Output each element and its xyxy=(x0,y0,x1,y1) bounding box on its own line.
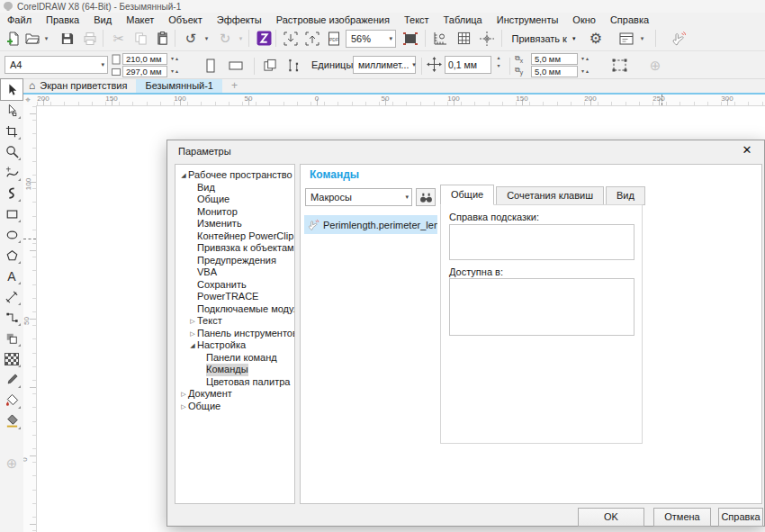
tree-item-general[interactable]: Общие xyxy=(176,194,294,206)
publish-pdf-button[interactable]: PDF xyxy=(323,28,345,49)
menu-text[interactable]: Текст xyxy=(397,13,436,27)
portrait-button[interactable] xyxy=(200,55,221,76)
menu-help[interactable]: Справка xyxy=(603,13,656,27)
menu-tools[interactable]: Инструменты xyxy=(490,13,566,27)
redo-dropdown[interactable]: ▾ xyxy=(236,28,246,49)
connector-tool[interactable] xyxy=(1,307,22,328)
zoom-level-combo[interactable]: 56%▾ xyxy=(346,30,396,48)
ellipse-tool[interactable] xyxy=(1,224,22,245)
document-tab[interactable]: Безымянный-1 xyxy=(136,79,222,93)
nudge-spinner[interactable]: ▴▾ xyxy=(493,54,504,70)
tree-item-global[interactable]: ▷Общие xyxy=(176,401,294,413)
welcome-tab[interactable]: ⌂Экран приветствия xyxy=(20,79,136,93)
open-button[interactable] xyxy=(22,28,43,49)
cancel-button[interactable]: Отмена xyxy=(653,508,711,527)
new-document-tab-button[interactable]: + xyxy=(222,79,247,93)
tree-item-workspace[interactable]: ◢Рабочее пространство xyxy=(176,169,294,182)
tree-item-monitor[interactable]: Монитор xyxy=(176,206,294,219)
tree-item-document[interactable]: ▷Документ xyxy=(176,388,294,401)
help-button[interactable]: Справка xyxy=(718,508,763,527)
run-macro-button[interactable] xyxy=(668,28,689,49)
tree-item-vba[interactable]: VBA xyxy=(176,266,294,279)
tree-item-color-palette[interactable]: Цветовая палитра xyxy=(176,376,294,389)
show-grid-button[interactable] xyxy=(453,28,474,49)
page-size-combo[interactable]: A4▾ xyxy=(4,56,108,74)
ok-button[interactable]: OK xyxy=(578,508,644,527)
tree-item-text[interactable]: ▷Текст xyxy=(176,315,294,328)
polygon-tool[interactable] xyxy=(1,245,22,266)
application-launcher-dropdown[interactable]: ▾ xyxy=(637,28,647,49)
artistic-media-tool[interactable] xyxy=(1,183,22,203)
menu-layout[interactable]: Макет xyxy=(119,13,161,27)
cut-button[interactable]: ✂ xyxy=(108,28,130,49)
page-width-spinner[interactable]: ▾▴ xyxy=(171,53,180,65)
search-content-button[interactable] xyxy=(253,28,274,49)
export-button[interactable] xyxy=(302,28,323,49)
available-in-field[interactable] xyxy=(449,278,634,336)
smart-fill-tool[interactable] xyxy=(1,390,22,410)
menu-table[interactable]: Таблица xyxy=(436,13,490,27)
page-width-field[interactable]: 210,0 мм xyxy=(122,53,167,65)
tree-item-save[interactable]: Сохранить xyxy=(176,279,294,292)
open-dropdown[interactable]: ▾ xyxy=(41,28,51,49)
menu-file[interactable]: Файл xyxy=(0,13,39,27)
text-tool[interactable]: A xyxy=(1,266,22,286)
redo-button[interactable]: ↻ xyxy=(214,28,236,49)
add-toolbar-item-button[interactable]: ⊕ xyxy=(644,55,666,76)
undo-dropdown[interactable]: ▾ xyxy=(202,28,212,49)
tree-item-command-bars[interactable]: Панели команд xyxy=(176,352,294,365)
crop-tool[interactable] xyxy=(1,121,22,141)
tree-item-customization[interactable]: ◢Настройка xyxy=(176,339,294,352)
duplicate-y-field[interactable]: 5,0 мм xyxy=(531,66,578,77)
shape-tool[interactable] xyxy=(1,100,22,121)
all-pages-button[interactable] xyxy=(259,55,281,76)
dialog-close-button[interactable]: ✕ xyxy=(739,143,755,157)
undo-button[interactable]: ↺ xyxy=(180,28,202,49)
page-dimensions-button[interactable] xyxy=(283,55,304,76)
add-tool-button[interactable]: ⊕ xyxy=(1,453,22,473)
drop-shadow-tool[interactable] xyxy=(1,328,22,348)
import-button[interactable] xyxy=(280,28,302,49)
nudge-field[interactable]: 0,1 мм xyxy=(445,56,491,74)
menu-bitmaps[interactable]: Растровые изображения xyxy=(269,13,397,27)
units-combo[interactable]: миллимет...▾ xyxy=(353,56,416,74)
tooltip-help-field[interactable] xyxy=(449,224,634,260)
page-height-spinner[interactable]: ▾▴ xyxy=(171,66,180,77)
zoom-tool[interactable] xyxy=(1,141,22,162)
tree-item-plugins[interactable]: Подключаемые модули xyxy=(176,303,294,316)
snap-to-button[interactable]: Привязать к▾ xyxy=(507,28,580,49)
tree-item-powertrace[interactable]: PowerTRACE xyxy=(176,291,294,303)
menu-object[interactable]: Объект xyxy=(161,13,209,27)
menu-effects[interactable]: Эффекты xyxy=(210,13,269,27)
tree-item-snap-to-objects[interactable]: Привязка к объектам xyxy=(176,242,294,255)
menu-edit[interactable]: Правка xyxy=(39,13,86,27)
options-button[interactable]: ⚙ xyxy=(585,28,607,49)
tab-general[interactable]: Общие xyxy=(440,185,494,205)
color-eyedropper-tool[interactable] xyxy=(1,369,22,390)
duplicate-x-field[interactable]: 5,0 мм xyxy=(531,53,578,65)
interactive-fill-tool[interactable] xyxy=(1,410,22,431)
page-height-field[interactable]: 297,0 мм xyxy=(122,66,167,77)
search-commands-button[interactable] xyxy=(416,188,436,206)
duplicate-y-spinner[interactable]: ▾▴ xyxy=(581,66,590,77)
application-launcher-button[interactable] xyxy=(616,28,637,49)
rectangle-tool[interactable] xyxy=(1,203,22,224)
tab-shortcut-keys[interactable]: Сочетания клавиш xyxy=(496,186,604,205)
tree-item-edit[interactable]: Изменить xyxy=(176,218,294,230)
transparency-tool[interactable] xyxy=(1,348,22,369)
paste-button[interactable] xyxy=(151,28,173,49)
fullscreen-preview-button[interactable] xyxy=(400,28,421,49)
copy-button[interactable] xyxy=(130,28,151,49)
tree-item-view[interactable]: Вид xyxy=(176,182,294,194)
duplicate-x-spinner[interactable]: ▾▴ xyxy=(581,53,590,65)
tree-item-commands[interactable]: Команды xyxy=(176,364,294,376)
landscape-button[interactable] xyxy=(225,55,247,76)
macro-list-item[interactable]: Perimlength.perimeter_len... xyxy=(304,215,437,234)
tree-item-toolbox[interactable]: ▷Панель инструментов xyxy=(176,328,294,340)
freehand-tool[interactable] xyxy=(1,162,22,183)
macro-filter-combo[interactable]: Макросы▾ xyxy=(305,188,412,206)
dimension-tool[interactable] xyxy=(1,286,22,307)
print-button[interactable] xyxy=(79,28,101,49)
show-guidelines-button[interactable] xyxy=(476,28,498,49)
show-rulers-button[interactable] xyxy=(429,28,451,49)
